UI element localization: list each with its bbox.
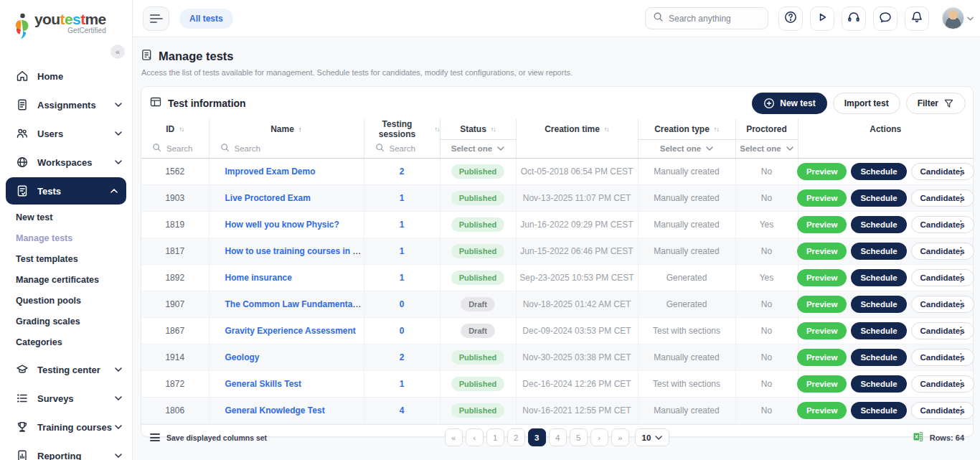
- brand-logo[interactable]: youtestme GetCertified: [0, 9, 132, 43]
- column-header-name[interactable]: Name↑: [209, 119, 364, 139]
- schedule-button[interactable]: Schedule: [851, 375, 906, 393]
- sort-icon[interactable]: ↑↓: [604, 126, 609, 133]
- column-header-status[interactable]: Status↑↓: [440, 119, 516, 139]
- schedule-button[interactable]: Schedule: [851, 189, 906, 207]
- filter-search-input-name[interactable]: [235, 144, 342, 153]
- preview-button[interactable]: Preview: [797, 296, 847, 313]
- column-header-created[interactable]: Creation time↑↓: [516, 119, 638, 139]
- sessions-count-link[interactable]: 2: [400, 352, 405, 362]
- sessions-count-link[interactable]: 2: [400, 166, 405, 177]
- test-name-link[interactable]: General Knowledge Test: [225, 405, 325, 416]
- sidebar-item-question-pools[interactable]: Question pools: [0, 290, 132, 311]
- test-name-link[interactable]: General Skills Test: [225, 379, 302, 389]
- new-test-button[interactable]: New test: [752, 93, 826, 114]
- schedule-button[interactable]: Schedule: [851, 402, 906, 419]
- row-menu-icon[interactable]: ⋮: [954, 191, 968, 205]
- sessions-count-link[interactable]: 1: [400, 379, 405, 389]
- schedule-button[interactable]: Schedule: [851, 296, 906, 313]
- import-test-button[interactable]: Import test: [833, 93, 900, 114]
- test-name-link[interactable]: Home insurance: [225, 273, 292, 283]
- sessions-count-link[interactable]: 1: [400, 273, 405, 283]
- column-header-ctype[interactable]: Creation type↑↓: [638, 119, 735, 139]
- row-menu-icon[interactable]: ⋮: [954, 244, 968, 258]
- preview-button[interactable]: Preview: [797, 243, 847, 260]
- test-name-link[interactable]: Geology: [225, 352, 260, 362]
- schedule-button[interactable]: Schedule: [851, 243, 906, 260]
- sidebar-item-manage-tests[interactable]: Manage tests: [0, 227, 132, 248]
- row-menu-icon[interactable]: ⋮: [954, 324, 968, 337]
- avatar[interactable]: [942, 7, 964, 29]
- preview-button[interactable]: Preview: [797, 163, 847, 180]
- sidebar-item-categories[interactable]: Categories: [0, 332, 132, 352]
- export-excel-icon[interactable]: X: [913, 431, 924, 443]
- row-menu-icon[interactable]: ⋮: [954, 217, 968, 231]
- sidebar-item-reporting[interactable]: Reporting: [0, 441, 132, 460]
- save-columns-button[interactable]: Save displayed columns set: [150, 433, 267, 442]
- row-menu-icon[interactable]: ⋮: [954, 403, 968, 417]
- test-name-link[interactable]: How well you know Physic?: [225, 220, 339, 230]
- sidebar-item-test-templates[interactable]: Test templates: [0, 248, 132, 269]
- page-1-button[interactable]: 1: [486, 428, 504, 446]
- support-button[interactable]: [842, 6, 866, 31]
- sidebar-item-new-test[interactable]: New test: [0, 207, 132, 227]
- sessions-count-link[interactable]: 0: [400, 326, 405, 336]
- filter-select-ctype[interactable]: Select one: [639, 144, 735, 153]
- sidebar-item-testing-center[interactable]: Testing center: [0, 355, 132, 384]
- filter-select-proctored[interactable]: Select one: [736, 144, 798, 153]
- test-name-link[interactable]: Gravity Experience Assessment: [225, 326, 356, 336]
- sort-icon[interactable]: ↑↓: [179, 126, 184, 133]
- sidebar-item-surveys[interactable]: Surveys: [0, 384, 132, 413]
- preview-button[interactable]: Preview: [797, 189, 847, 207]
- help-button[interactable]: [778, 6, 803, 31]
- test-name-link[interactable]: Improved Exam Demo: [225, 166, 316, 177]
- sort-icon[interactable]: ↑↓: [714, 126, 719, 133]
- preview-button[interactable]: Preview: [797, 349, 847, 366]
- page-4-button[interactable]: 4: [549, 428, 567, 446]
- play-button[interactable]: [810, 6, 834, 31]
- schedule-button[interactable]: Schedule: [851, 163, 906, 180]
- row-menu-icon[interactable]: ⋮: [954, 164, 968, 178]
- schedule-button[interactable]: Schedule: [851, 349, 906, 366]
- sidebar-item-workspaces[interactable]: Workspaces: [0, 148, 132, 177]
- row-menu-icon[interactable]: ⋮: [954, 350, 968, 364]
- row-menu-icon[interactable]: ⋮: [954, 271, 968, 284]
- test-name-link[interactable]: How to use training courses in YouTestMe: [225, 246, 364, 256]
- page-last-button[interactable]: »: [611, 428, 629, 446]
- filter-select-status[interactable]: Select one: [440, 144, 516, 153]
- page-3-button[interactable]: 3: [528, 428, 546, 446]
- sessions-count-link[interactable]: 1: [400, 220, 405, 230]
- column-header-id[interactable]: ID↑↓: [141, 119, 209, 139]
- chat-button[interactable]: [873, 6, 897, 31]
- row-menu-icon[interactable]: ⋮: [954, 377, 968, 390]
- page-5-button[interactable]: 5: [570, 428, 588, 446]
- notifications-button[interactable]: [905, 6, 929, 31]
- test-name-link[interactable]: Live Proctored Exam: [225, 193, 311, 203]
- sidebar-item-users[interactable]: Users: [0, 119, 132, 148]
- page-2-button[interactable]: 2: [507, 428, 525, 446]
- page-size-select[interactable]: 10: [635, 428, 670, 446]
- breadcrumb[interactable]: All tests: [179, 9, 233, 29]
- sessions-count-link[interactable]: 1: [400, 193, 405, 203]
- test-name-link[interactable]: The Common Law Fundamentals Assess...: [225, 299, 364, 309]
- page-first-button[interactable]: «: [445, 428, 463, 446]
- filter-search-input-sessions[interactable]: [390, 144, 438, 153]
- sort-asc-icon[interactable]: ↑: [298, 126, 302, 133]
- page-prev-button[interactable]: ‹: [466, 428, 484, 446]
- preview-button[interactable]: Preview: [797, 402, 847, 419]
- sessions-count-link[interactable]: 4: [400, 405, 405, 416]
- filter-button[interactable]: Filter: [906, 93, 966, 114]
- sort-icon[interactable]: ↑↓: [435, 126, 440, 133]
- sidebar-item-training-courses[interactable]: Training courses: [0, 413, 132, 441]
- sessions-count-link[interactable]: 0: [400, 299, 405, 309]
- page-next-button[interactable]: ›: [590, 428, 608, 446]
- sidebar-item-home[interactable]: Home: [0, 62, 132, 90]
- sidebar-item-assignments[interactable]: Assignments: [0, 90, 132, 119]
- sidebar-item-grading-scales[interactable]: Grading scales: [0, 311, 132, 332]
- preview-button[interactable]: Preview: [797, 375, 847, 393]
- row-menu-icon[interactable]: ⋮: [954, 297, 968, 311]
- sidebar-collapse-icon[interactable]: «: [110, 44, 125, 59]
- user-menu[interactable]: [942, 7, 974, 29]
- search-input[interactable]: [669, 14, 760, 24]
- sidebar-item-manage-certificates[interactable]: Manage certificates: [0, 269, 132, 290]
- filter-search-input-id[interactable]: [166, 144, 209, 153]
